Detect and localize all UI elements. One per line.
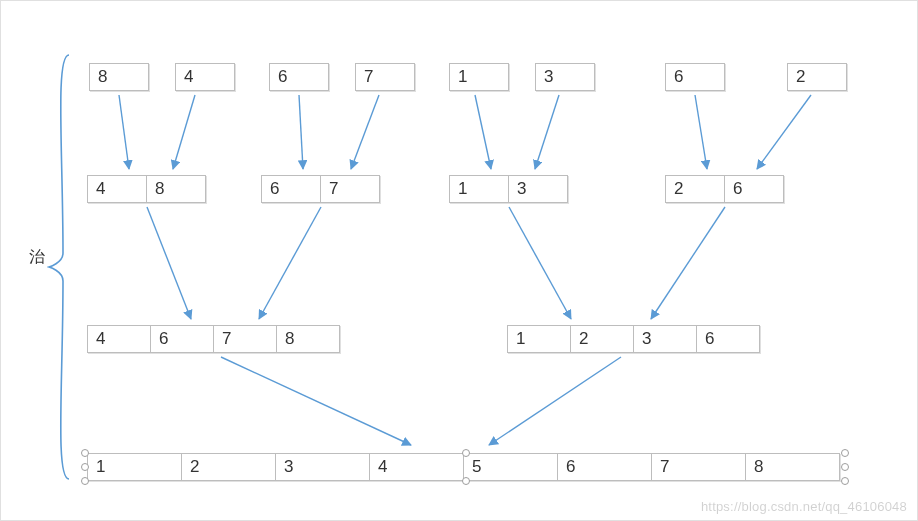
svg-line-12 (221, 357, 411, 445)
cell-r1-4: 1 (449, 63, 509, 91)
cell-r1-0: 8 (89, 63, 149, 91)
svg-line-6 (695, 95, 707, 169)
cell-r1-2: 6 (269, 63, 329, 91)
svg-line-9 (259, 207, 321, 319)
cell-r1-1: 4 (175, 63, 235, 91)
resize-handle-icon[interactable] (462, 477, 470, 485)
quad-r3-1: 1 2 3 6 (507, 325, 760, 353)
svg-line-10 (509, 207, 571, 319)
svg-line-1 (173, 95, 195, 169)
resize-handle-icon[interactable] (81, 463, 89, 471)
watermark: https://blog.csdn.net/qq_46106048 (701, 499, 907, 514)
pair-r2-3: 2 6 (665, 175, 784, 203)
svg-line-4 (475, 95, 491, 169)
cell-r1-3: 7 (355, 63, 415, 91)
svg-line-7 (757, 95, 811, 169)
svg-line-2 (299, 95, 303, 169)
svg-line-3 (351, 95, 379, 169)
curly-brace-icon (47, 53, 75, 481)
cell-r1-6: 6 (665, 63, 725, 91)
resize-handle-icon[interactable] (462, 449, 470, 457)
svg-line-8 (147, 207, 191, 319)
pair-r2-0: 4 8 (87, 175, 206, 203)
resize-handle-icon[interactable] (841, 449, 849, 457)
resize-handle-icon[interactable] (841, 463, 849, 471)
pair-r2-2: 1 3 (449, 175, 568, 203)
side-label: 治 (29, 247, 45, 268)
quad-r3-0: 4 6 7 8 (87, 325, 340, 353)
pair-r2-1: 6 7 (261, 175, 380, 203)
cell-r1-5: 3 (535, 63, 595, 91)
svg-line-13 (489, 357, 621, 445)
resize-handle-icon[interactable] (81, 449, 89, 457)
resize-handle-icon[interactable] (81, 477, 89, 485)
svg-line-0 (119, 95, 129, 169)
svg-line-11 (651, 207, 725, 319)
cell-r1-7: 2 (787, 63, 847, 91)
svg-line-5 (535, 95, 559, 169)
merge-diagram: 治 8 4 6 7 1 3 6 2 4 8 6 7 1 3 2 6 4 6 7 … (1, 1, 917, 520)
resize-handle-icon[interactable] (841, 477, 849, 485)
